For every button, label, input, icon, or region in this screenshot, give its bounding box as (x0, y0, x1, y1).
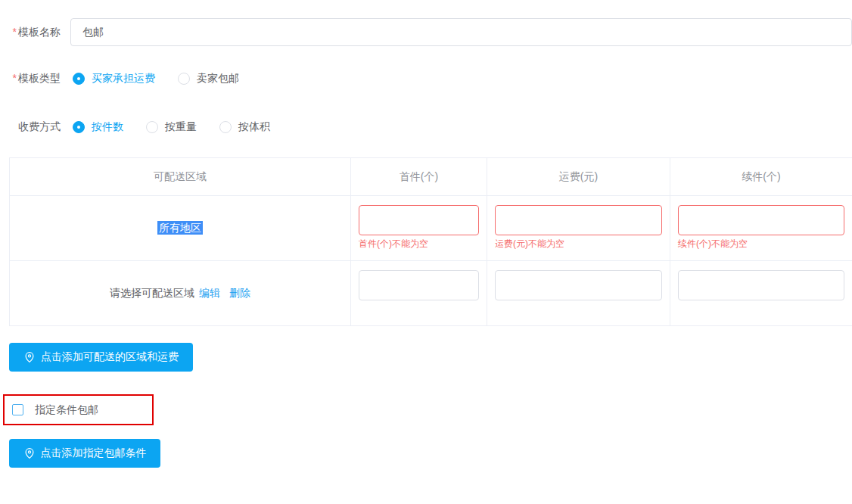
freight-input[interactable] (495, 270, 662, 300)
additional-piece-input[interactable] (678, 270, 844, 300)
area-cell: 所有地区 (10, 196, 351, 261)
radio-selected-icon (73, 73, 85, 85)
radio-by-volume-label: 按体积 (238, 120, 270, 134)
first-piece-cell: 首件(个)不能为空 (351, 196, 487, 261)
required-star: * (13, 26, 17, 38)
first-piece-input[interactable] (359, 205, 479, 235)
template-name-label: *模板名称 (0, 26, 61, 39)
additional-piece-cell (670, 261, 852, 326)
charge-method-label-text: 收费方式 (18, 120, 61, 132)
location-pin-icon (23, 447, 36, 459)
freight-error: 运费(元)不能为空 (495, 238, 662, 249)
first-piece-cell (351, 261, 487, 326)
radio-unselected-icon (219, 121, 232, 133)
template-type-label-text: 模板类型 (18, 72, 61, 84)
area-cell: 请选择可配送区域 编辑 删除 (10, 261, 351, 326)
additional-piece-input[interactable] (678, 205, 844, 235)
header-freight: 运费(元) (487, 158, 670, 196)
template-type-radio-group: 买家承担运费 卖家包邮 (73, 72, 262, 86)
template-name-label-text: 模板名称 (18, 26, 61, 38)
table-row: 所有地区 首件(个)不能为空 运费(元)不能为空 续件(个)不能为空 (10, 196, 852, 261)
template-name-row: *模板名称 (0, 18, 852, 46)
radio-buyer-pays[interactable]: 买家承担运费 (73, 72, 155, 86)
charge-method-radio-group: 按件数 按重量 按体积 (73, 120, 293, 134)
header-delivery-area: 可配送区域 (10, 158, 351, 196)
add-area-button[interactable]: 点击添加可配送的区域和运费 (9, 343, 193, 372)
add-area-button-label: 点击添加可配送的区域和运费 (41, 350, 179, 364)
required-star: * (13, 72, 17, 84)
area-placeholder-text: 请选择可配送区域 (110, 287, 194, 300)
conditional-free-shipping-label: 指定条件包邮 (35, 403, 98, 417)
conditional-free-shipping-checkbox[interactable] (12, 404, 23, 415)
radio-buyer-pays-label: 买家承担运费 (92, 72, 155, 86)
charge-method-row: 收费方式 按件数 按重量 按体积 (0, 120, 293, 134)
radio-selected-icon (73, 121, 85, 133)
area-all-regions-link[interactable]: 所有地区 (157, 221, 203, 235)
radio-unselected-icon (146, 121, 158, 133)
first-piece-input[interactable] (359, 270, 479, 300)
radio-unselected-icon (178, 73, 190, 85)
first-piece-error: 首件(个)不能为空 (359, 238, 479, 249)
freight-template-form: *模板名称 *模板类型 买家承担运费 卖家包邮 收费方式 按件数 按重 (0, 0, 852, 504)
radio-by-weight[interactable]: 按重量 (146, 120, 197, 134)
template-type-label: *模板类型 (0, 72, 61, 86)
radio-by-piece[interactable]: 按件数 (73, 120, 123, 134)
radio-by-piece-label: 按件数 (92, 120, 123, 134)
charge-method-label: 收费方式 (0, 120, 61, 134)
additional-piece-error: 续件(个)不能为空 (678, 238, 844, 249)
area-select-group: 请选择可配送区域 编辑 删除 (110, 287, 250, 300)
edit-link[interactable]: 编辑 (199, 287, 220, 300)
freight-cell (487, 261, 670, 326)
template-name-input[interactable] (70, 18, 852, 46)
radio-by-weight-label: 按重量 (165, 120, 197, 134)
location-pin-icon (23, 351, 36, 363)
radio-seller-free[interactable]: 卖家包邮 (178, 72, 239, 86)
radio-by-volume[interactable]: 按体积 (219, 120, 270, 134)
additional-piece-cell: 续件(个)不能为空 (670, 196, 852, 261)
conditional-free-shipping-box: 指定条件包邮 (3, 394, 154, 425)
freight-input[interactable] (495, 205, 662, 235)
freight-cell: 运费(元)不能为空 (487, 196, 670, 261)
header-additional-piece: 续件(个) (670, 158, 852, 196)
header-first-piece: 首件(个) (351, 158, 487, 196)
add-condition-button-label: 点击添加指定包邮条件 (41, 446, 147, 460)
freight-table: 可配送区域 首件(个) 运费(元) 续件(个) 所有地区 首件(个)不能为空 运… (9, 157, 852, 326)
delete-link[interactable]: 删除 (229, 287, 250, 300)
table-header-row: 可配送区域 首件(个) 运费(元) 续件(个) (10, 158, 852, 196)
table-row: 请选择可配送区域 编辑 删除 (10, 261, 852, 326)
add-condition-button[interactable]: 点击添加指定包邮条件 (9, 439, 160, 468)
radio-seller-free-label: 卖家包邮 (197, 72, 239, 86)
template-type-row: *模板类型 买家承担运费 卖家包邮 (0, 72, 262, 86)
